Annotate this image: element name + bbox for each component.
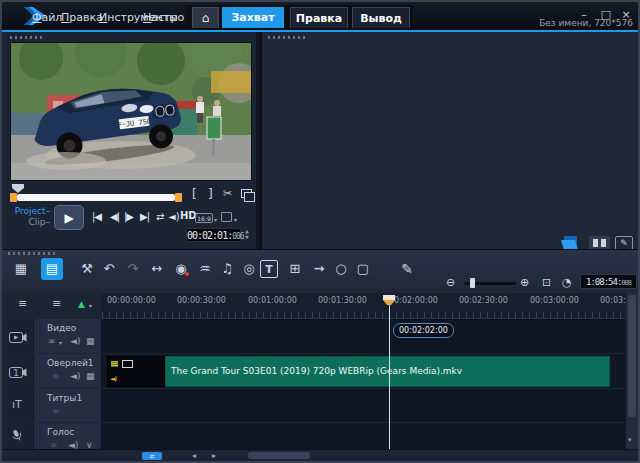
title-track-header[interactable]: Титры1 ∞ (34, 389, 102, 422)
panel-drag-handle[interactable] (268, 36, 308, 39)
menu-settings[interactable]: Настро (143, 11, 184, 24)
frame-back-button[interactable]: ◀| (110, 211, 119, 222)
track-list-icon[interactable]: ≡ (52, 297, 61, 310)
split-clip-button[interactable]: ✂ (223, 187, 232, 200)
enlarge-preview-button[interactable] (241, 189, 252, 198)
mask-creator-icon[interactable]: ▢ (352, 258, 374, 280)
link-icon[interactable]: ∞ (48, 336, 56, 346)
menu-file[interactable]: Файл (32, 11, 62, 24)
zoom-out-icon[interactable]: ⊖ (446, 276, 455, 289)
mosaic-icon[interactable]: ▦ (86, 371, 95, 381)
mark-in-button[interactable]: [ (192, 187, 197, 201)
aspect-ratio-select[interactable]: 16:9 (195, 213, 213, 223)
fit-project-icon[interactable]: ↔ (146, 258, 168, 280)
play-button[interactable]: ▶ (54, 205, 84, 230)
video-track-gutter[interactable] (2, 319, 34, 353)
track-row-voice: Голос ∞ ◄) ∨ (2, 423, 626, 449)
go-start-button[interactable]: |◀ (92, 211, 101, 222)
scroll-right-icon[interactable]: ▸ (212, 451, 216, 460)
overlay-track-gutter[interactable]: 1 (2, 354, 34, 388)
preview-timecode[interactable]: 00:02:01:006 (186, 228, 241, 242)
shape-overlay-icon[interactable]: ○ (330, 258, 352, 280)
zoom-slider-thumb[interactable] (470, 278, 475, 288)
aspect-chevron-icon[interactable]: ▾ (214, 216, 217, 223)
timeline-corner: ≡ ≡ ▲ ▾ (2, 293, 102, 319)
tab-capture[interactable]: Захват (222, 7, 284, 28)
go-end-button[interactable]: ▶| (140, 211, 149, 222)
panel-drag-handle[interactable] (10, 36, 44, 39)
size-chevron-icon[interactable]: ▾ (234, 216, 237, 223)
duration-clock-icon[interactable]: ◔ (562, 276, 572, 289)
voice-track-header[interactable]: Голос ∞ ◄) ∨ (34, 423, 102, 449)
library-view-icon[interactable] (589, 236, 610, 250)
voice-track-gutter[interactable] (2, 423, 34, 449)
tools-icon[interactable]: ⚒ (76, 258, 98, 280)
track-manager-icon[interactable]: ≡ (18, 297, 27, 310)
add-marker-icon[interactable]: ▲ (78, 299, 85, 309)
mute-icon[interactable]: ◄) (70, 371, 80, 381)
volume-icon[interactable]: ◄) (168, 211, 180, 222)
sound-mixer-icon[interactable]: ♒ (194, 258, 216, 280)
clip-picture-icon (122, 360, 133, 368)
video-track-header[interactable]: Видео ∞ ▾ ◄) ▦ (34, 319, 102, 353)
fit-timeline-icon[interactable]: ⊡ (542, 276, 551, 289)
trim-start-handle[interactable] (10, 193, 17, 202)
scroll-left-icon[interactable]: ◂ (192, 451, 196, 460)
timeline-vscrollbar[interactable]: ▾ (626, 293, 638, 449)
playhead-marker[interactable] (383, 295, 395, 305)
mosaic-icon[interactable]: ▦ (86, 336, 95, 346)
project-title: Без имени, 720*576 (539, 18, 633, 28)
hscrollbar-thumb[interactable] (248, 452, 310, 459)
motion-tracking-icon[interactable]: ⇝ (308, 258, 330, 280)
timeline-view-icon[interactable]: ▤ (41, 258, 63, 280)
link-icon[interactable]: ∞ (52, 371, 60, 381)
undo-icon[interactable]: ↶ (98, 258, 120, 280)
playhead-line[interactable] (389, 303, 390, 449)
ruler-tick: 00:01:30:00 (318, 296, 367, 305)
redo-icon[interactable]: ↷ (122, 258, 144, 280)
vscrollbar-thumb[interactable] (628, 295, 636, 417)
video-track-icon (9, 330, 27, 343)
overlay-track-header[interactable]: Оверлей1 ∞ ◄) ▦ (34, 354, 102, 388)
overlay-track-icon: 1 (9, 365, 27, 378)
mark-out-button[interactable]: ] (208, 187, 213, 201)
tab-edit[interactable]: Правка (290, 7, 348, 28)
title-track-gutter[interactable]: ıT (2, 389, 34, 422)
menu-edit[interactable]: Правка (61, 11, 103, 24)
timecode-spinner[interactable]: ▲▼ (243, 228, 251, 240)
track-name: Видео (47, 323, 76, 333)
project-mode-label[interactable]: Project– (4, 206, 50, 217)
auto-scroll-icon[interactable]: ⇄ (142, 452, 162, 460)
transition-icon[interactable]: ◎ (238, 258, 260, 280)
toolbar-drag-handle[interactable] (8, 252, 56, 255)
clip-mode-label[interactable]: Clip– (4, 217, 50, 228)
clip-thumbnail: ◄) (107, 356, 165, 387)
storyboard-view-icon[interactable]: ▦ (10, 258, 32, 280)
tab-share[interactable]: Вывод (352, 7, 410, 28)
frame-forward-button[interactable]: |▶ (124, 211, 133, 222)
ruler-tick: 00:01:00:00 (248, 296, 297, 305)
timeline-ruler[interactable]: 00:00:00:00 00:00:30:00 00:01:00:00 00:0… (102, 293, 626, 319)
link-chevron-icon[interactable]: ▾ (59, 339, 62, 346)
mute-icon[interactable]: ◄) (70, 336, 80, 346)
paint-tool-icon[interactable]: ✎ (396, 258, 418, 280)
scrubber-grip-icon[interactable] (12, 184, 24, 193)
ruler-tick: 00:03:30:00 (600, 296, 626, 305)
scroll-down-icon[interactable]: ▾ (628, 436, 632, 444)
zoom-in-icon[interactable]: ⊕ (520, 276, 529, 289)
edit-panel-icon[interactable]: ✎ (615, 236, 633, 250)
preview-size-button[interactable] (221, 212, 232, 222)
media-folder-icon[interactable] (561, 236, 581, 250)
trim-end-handle[interactable] (175, 193, 182, 202)
auto-music-icon[interactable]: ♫ (216, 258, 238, 280)
marker-chevron-icon[interactable]: ▾ (89, 302, 92, 309)
ruler-minor-ticks (102, 312, 626, 318)
capture-panel: ✎ (259, 32, 638, 249)
loop-button[interactable]: ⇄ (156, 211, 164, 222)
split-screen-icon[interactable]: ⊞ (284, 258, 306, 280)
home-tab-button[interactable]: ⌂ (192, 7, 219, 28)
link-icon[interactable]: ∞ (52, 406, 60, 416)
subtitle-editor-icon[interactable]: T (260, 260, 278, 278)
record-capture-icon[interactable]: ◉ (170, 258, 192, 280)
scrubber-bar[interactable] (17, 194, 175, 201)
